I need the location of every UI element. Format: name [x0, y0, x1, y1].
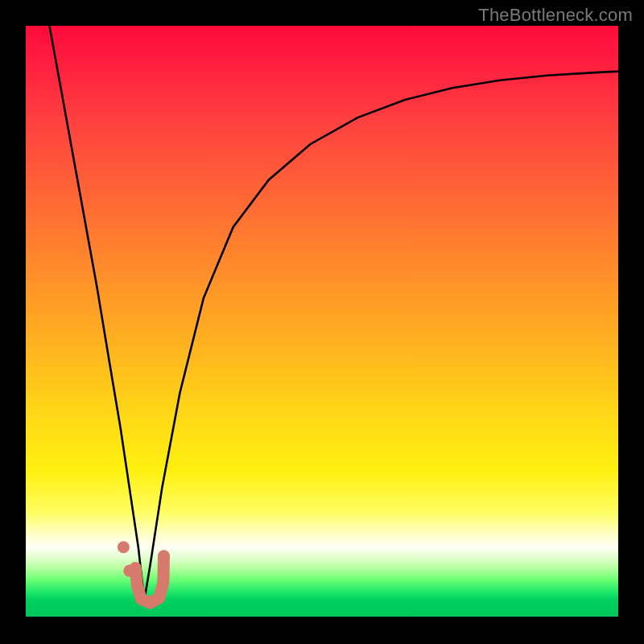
- curve-left-arm: [49, 26, 144, 601]
- chart-frame: TheBottleneck.com: [0, 0, 644, 644]
- curves-svg: [26, 26, 618, 618]
- marker-dot-1: [123, 565, 135, 577]
- plot-area: [26, 26, 618, 618]
- watermark-label: TheBottleneck.com: [478, 5, 633, 26]
- curve-right-arm: [144, 72, 618, 601]
- marker-dot-0: [118, 541, 130, 553]
